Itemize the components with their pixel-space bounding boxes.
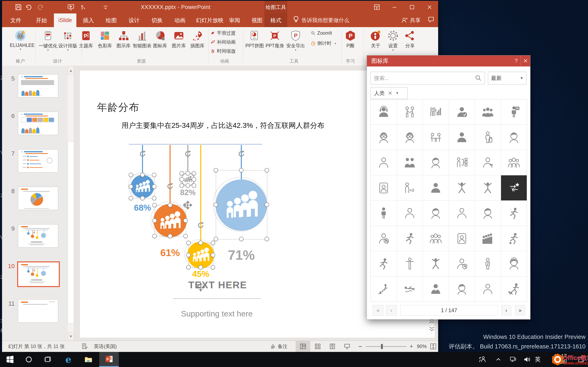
selection-handle[interactable]	[265, 168, 269, 173]
ribbon-button-图片库[interactable]: 图片库	[168, 29, 190, 49]
task-view-button[interactable]	[41, 352, 54, 367]
photo-portrait-icon[interactable]	[449, 226, 475, 251]
ribbon-button-ZoomIt[interactable]: ZoomIt	[311, 30, 332, 36]
elderly-man-glasses-icon[interactable]	[371, 125, 397, 150]
slideshow-view-button[interactable]	[340, 341, 355, 352]
normal-view-button[interactable]	[296, 341, 310, 352]
ime-indicator[interactable]: 英	[532, 352, 544, 367]
selection-handle[interactable]	[186, 183, 190, 188]
ribbon-button-一键优化[interactable]: 一键优化▾	[37, 29, 59, 51]
selection-handle[interactable]	[180, 177, 184, 182]
selection-handle[interactable]	[183, 234, 188, 238]
next-page-button[interactable]: ›	[501, 305, 511, 316]
selection-handle[interactable]	[192, 183, 196, 188]
tab-切换[interactable]: 切换	[147, 13, 167, 27]
move-shape-icon[interactable]	[183, 201, 192, 210]
network-tray-icon[interactable]	[506, 352, 520, 367]
sort-dropdown[interactable]: 最新 ▼	[488, 72, 527, 84]
hijab-woman-icon[interactable]	[449, 125, 475, 150]
ribbon-button-主题库[interactable]: P主题库	[75, 29, 96, 49]
language-status[interactable]: 英语(美国)	[94, 341, 117, 352]
snowboarder-icon[interactable]	[449, 175, 475, 200]
ribbon-button-色彩库[interactable]: 色彩库	[94, 29, 116, 49]
rotate-handle-icon[interactable]	[196, 221, 205, 230]
hearing-care-icon[interactable]	[449, 251, 475, 276]
next-slide-button[interactable]	[428, 326, 435, 332]
runner-icon[interactable]	[371, 251, 397, 276]
zoom-out-button[interactable]: −	[358, 341, 362, 352]
category-filter-chip[interactable]: 人类 ✕ ▼	[371, 87, 408, 99]
icon-search-input[interactable]: 搜索...	[371, 72, 485, 84]
ribbon-button-补间动画[interactable]: 补间动画	[211, 39, 236, 45]
selection-handle[interactable]	[186, 253, 191, 257]
selection-handle[interactable]	[192, 177, 196, 182]
selection-handle[interactable]	[186, 171, 190, 175]
selection-handle[interactable]	[239, 237, 243, 241]
ribbon-display-options-button[interactable]	[368, 1, 385, 13]
account-button[interactable]: ELIJAHLEE▾	[10, 29, 31, 50]
ribbon-button-PPT拼图[interactable]: PPT拼图	[244, 29, 265, 49]
standing-trio-icon[interactable]	[423, 226, 449, 251]
share-button[interactable]: 共享	[401, 17, 421, 24]
tab-绘图[interactable]: 绘图	[101, 13, 121, 27]
tab-格式[interactable]: 格式	[264, 13, 287, 27]
team-outline-icon[interactable]	[501, 150, 527, 175]
selection-handle[interactable]	[129, 173, 133, 177]
selection-handle[interactable]	[265, 202, 269, 207]
first-page-button[interactable]: «	[373, 305, 383, 316]
selection-handle[interactable]	[180, 183, 184, 188]
zoom-level[interactable]: 90%	[417, 341, 427, 352]
rotate-handle-icon[interactable]	[165, 182, 174, 191]
selection-handle[interactable]	[168, 234, 172, 238]
ribbon-button-平滑过渡[interactable]: 平滑过渡	[211, 30, 236, 36]
selection-handle[interactable]	[186, 265, 191, 269]
traveler-woman-icon[interactable]	[475, 125, 501, 150]
mannequin-icon[interactable]	[397, 251, 423, 276]
thumbnail-scrollbar-down[interactable]: ▼	[68, 332, 74, 341]
zoom-slider-thumb[interactable]	[381, 344, 383, 349]
selection-handle[interactable]	[152, 218, 157, 223]
construction-worker-icon[interactable]	[397, 201, 423, 226]
team-group-icon[interactable]	[475, 100, 501, 125]
long-hair-woman-icon[interactable]	[423, 150, 449, 175]
verified-user-icon[interactable]	[449, 100, 475, 125]
tab-iSlide[interactable]: iSlide	[54, 13, 76, 27]
selection-handle[interactable]	[211, 265, 215, 269]
ribbon-button-倒计时[interactable]: 倒计时▾	[311, 40, 336, 47]
selection-handle[interactable]	[239, 168, 243, 173]
tab-动画[interactable]: 动画	[170, 13, 190, 27]
dancer-icon[interactable]	[475, 175, 501, 200]
selection-handle[interactable]	[152, 196, 156, 200]
portrait-card-icon[interactable]	[371, 175, 397, 200]
vacuuming-person-icon[interactable]	[397, 226, 423, 251]
maximize-button[interactable]	[403, 1, 421, 13]
selection-handle[interactable]	[140, 196, 145, 200]
slide-text-here[interactable]: TEXT HERE	[188, 279, 247, 291]
ribbon-button-图示库[interactable]: 图示库	[113, 29, 134, 49]
headset-support-icon[interactable]	[371, 100, 397, 125]
tell-me-box[interactable]: 告诉我你想要做什么	[293, 13, 349, 27]
handshake-icon[interactable]	[397, 100, 423, 125]
remove-filter-icon[interactable]: ✕	[388, 90, 392, 96]
tab-设计[interactable]: 设计	[124, 13, 144, 27]
selection-handle[interactable]	[265, 237, 269, 241]
slide-thumbnail-8[interactable]	[18, 187, 58, 210]
selection-handle[interactable]	[140, 173, 145, 177]
slide-thumbnail-10[interactable]	[17, 261, 60, 287]
selection-handle[interactable]	[180, 171, 184, 175]
tab-文件[interactable]: 文件	[4, 13, 27, 27]
powerpoint-taskbar-icon[interactable]: P	[99, 352, 119, 367]
zoom-slider[interactable]	[366, 341, 406, 352]
person-hierarchy-icon[interactable]	[449, 150, 475, 175]
hooded-girl-icon[interactable]	[449, 276, 475, 301]
last-page-button[interactable]: »	[515, 305, 525, 316]
search-icon[interactable]	[475, 75, 482, 82]
minimize-button[interactable]	[386, 1, 403, 13]
rotate-handle-icon[interactable]	[237, 150, 246, 158]
selection-handle[interactable]	[186, 241, 191, 245]
woman-remove-icon[interactable]	[475, 150, 501, 175]
tab-开始[interactable]: 开始	[31, 13, 52, 27]
people-growth-chart-icon[interactable]	[423, 100, 449, 125]
slide-thumbnail-6[interactable]	[18, 112, 58, 135]
selection-handle[interactable]	[183, 218, 188, 223]
